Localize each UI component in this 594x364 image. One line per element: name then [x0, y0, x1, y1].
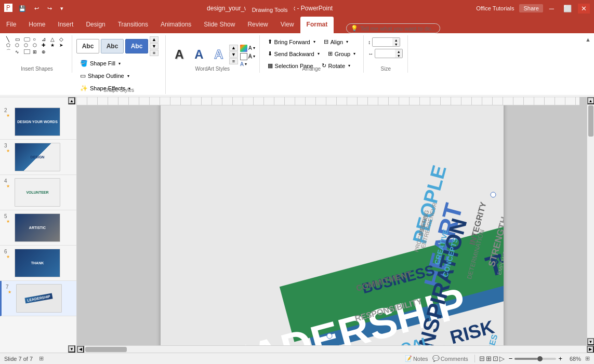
- fit-window-button[interactable]: ⊞: [585, 355, 590, 362]
- comments-button[interactable]: 💬 Comments: [432, 355, 468, 362]
- wordart-a-plain[interactable]: A: [170, 45, 189, 64]
- right-triangle-shape[interactable]: △: [50, 36, 59, 42]
- slide-thumb-7[interactable]: 7 ★ LEADERSHIP: [0, 281, 76, 316]
- shape-styles-down[interactable]: ▼: [150, 43, 159, 49]
- scroll-right-button[interactable]: ▶: [587, 346, 594, 353]
- office-tutorials-button[interactable]: Office Tutorials: [474, 4, 516, 12]
- width-down[interactable]: ▼: [395, 53, 402, 58]
- wordart-up[interactable]: ▲: [229, 45, 238, 51]
- tab-file[interactable]: File: [0, 17, 22, 33]
- tab-view[interactable]: View: [274, 17, 300, 33]
- line-shape[interactable]: ╲: [6, 36, 15, 42]
- tab-insert[interactable]: Insert: [51, 17, 80, 33]
- tab-format[interactable]: Format: [300, 17, 334, 33]
- width-input[interactable]: 9.96": [375, 50, 395, 57]
- heptagon-shape[interactable]: ⬡: [24, 43, 32, 48]
- text-fill-dropdown[interactable]: ▾: [253, 46, 255, 50]
- pentagon-shape[interactable]: ⬠: [6, 43, 15, 48]
- sidebar-scroll-up[interactable]: ▲: [68, 97, 75, 104]
- arrow-shape[interactable]: ➤: [59, 43, 68, 48]
- wordart-a-blue[interactable]: A: [190, 45, 208, 64]
- shape-fill-button[interactable]: 🪣 Shape Fill ▾: [76, 58, 134, 69]
- tell-me-box[interactable]: 💡 Tell me what you want to do...: [346, 23, 440, 33]
- slide-thumb-3[interactable]: 3 ★ DESIGN: [0, 140, 76, 175]
- handle-top[interactable]: [491, 192, 496, 197]
- scroll-thumb-v[interactable]: [588, 105, 593, 137]
- shape-style-3[interactable]: Abc: [125, 39, 148, 53]
- scroll-track-h[interactable]: [84, 346, 587, 353]
- hexagon-shape[interactable]: ⬡: [15, 43, 23, 48]
- slide-thumb-4[interactable]: 4 ★ VOLUNTEER: [0, 175, 76, 210]
- tab-review[interactable]: Review: [241, 17, 274, 33]
- scroll-up-button[interactable]: ▲: [587, 97, 595, 104]
- slide-sorter-button[interactable]: ⊞: [486, 355, 492, 362]
- freeform-shape[interactable]: ∿: [15, 49, 23, 55]
- vertical-scrollbar[interactable]: ▲ ▼: [587, 97, 594, 345]
- sidebar-scroll-down[interactable]: ▼: [68, 345, 75, 353]
- zoom-slider-thumb[interactable]: [537, 356, 543, 361]
- scroll-down-button[interactable]: ▼: [587, 338, 595, 345]
- align-button[interactable]: ⊟ Align ▾: [320, 36, 354, 47]
- customize-qat-button[interactable]: ▾: [58, 4, 65, 13]
- zoom-slider-track[interactable]: [514, 358, 556, 360]
- save-button[interactable]: 💾: [17, 4, 28, 13]
- text-outline-dropdown[interactable]: ▾: [253, 54, 255, 59]
- shape-styles-more[interactable]: ≡: [150, 50, 159, 56]
- share-button[interactable]: Share: [519, 4, 543, 12]
- shape-style-1[interactable]: Abc: [76, 39, 99, 53]
- wordart-down[interactable]: ▼: [229, 51, 238, 58]
- horizontal-scrollbar[interactable]: ◀ ▶: [77, 345, 594, 353]
- shape-outline-button[interactable]: ▭ Shape Outline ▾: [76, 70, 134, 82]
- scroll-thumb-h[interactable]: [85, 347, 127, 352]
- width-up[interactable]: ▲: [395, 49, 402, 53]
- height-input-group[interactable]: 1.41" ▲ ▼: [372, 37, 400, 47]
- rounded-rect-shape[interactable]: [24, 37, 30, 42]
- rect-shape[interactable]: ▭: [15, 36, 23, 42]
- redo-button[interactable]: ↪: [45, 4, 54, 13]
- height-spinner[interactable]: ▲ ▼: [392, 38, 400, 46]
- bring-forward-button[interactable]: ⬆ Bring Forward ▾: [264, 36, 319, 47]
- shape-styles-up[interactable]: ▲: [150, 36, 159, 43]
- scroll-left-button[interactable]: ◀: [77, 346, 84, 353]
- height-input[interactable]: 1.41": [373, 38, 392, 46]
- more-shapes[interactable]: ⊕: [42, 49, 50, 55]
- handle-bottom-left[interactable]: [327, 333, 332, 339]
- collapse-ribbon-button[interactable]: ▲: [585, 36, 591, 43]
- tab-slideshow[interactable]: Slide Show: [197, 17, 241, 33]
- width-spinner[interactable]: ▲ ▼: [395, 49, 402, 58]
- undo-button[interactable]: ↩: [32, 4, 41, 13]
- width-input-group[interactable]: 9.96" ▲ ▼: [375, 49, 403, 58]
- notes-button[interactable]: 📝 Notes: [405, 355, 428, 362]
- close-button[interactable]: ✕: [578, 4, 590, 14]
- slide-thumb-5[interactable]: 5 ★ ARTISTIC: [0, 210, 76, 246]
- fit-slide-button[interactable]: ⊞: [39, 355, 44, 362]
- restore-button[interactable]: ⬜: [560, 4, 575, 14]
- zoom-in-button[interactable]: +: [558, 355, 562, 362]
- height-down[interactable]: ▼: [392, 42, 400, 46]
- wordart-more[interactable]: ≡: [229, 58, 238, 64]
- tab-animations[interactable]: Animations: [154, 17, 197, 33]
- minimize-button[interactable]: ─: [546, 4, 557, 14]
- text-box[interactable]: [24, 49, 30, 54]
- reading-view-button[interactable]: ⊡: [493, 355, 498, 362]
- wordart-a-outline[interactable]: A: [209, 45, 228, 64]
- tab-design[interactable]: Design: [80, 17, 111, 33]
- scroll-track-v[interactable]: [588, 104, 593, 338]
- star-shape[interactable]: ★: [50, 43, 59, 48]
- slide-thumb-6[interactable]: 6 ★ THANK: [0, 246, 76, 281]
- slide-thumb-2[interactable]: 2 ★ DESIGN YOUR WORDS: [0, 104, 76, 140]
- circle-shape[interactable]: ○: [33, 36, 41, 42]
- diamond-shape[interactable]: ◇: [59, 36, 68, 42]
- tab-home[interactable]: Home: [22, 17, 51, 33]
- height-up[interactable]: ▲: [392, 38, 400, 42]
- normal-view-button[interactable]: ⊟: [479, 355, 485, 362]
- cross-shape[interactable]: ✚: [42, 43, 50, 48]
- tab-transitions[interactable]: Transitions: [112, 17, 154, 33]
- zoom-out-button[interactable]: −: [509, 355, 513, 362]
- send-backward-button[interactable]: ⬇ Send Backward ▾: [264, 48, 323, 59]
- triangle-shape[interactable]: ⊿: [42, 36, 50, 42]
- curve-shape[interactable]: ⌒: [6, 48, 15, 55]
- slideshow-button[interactable]: ▷: [499, 355, 505, 362]
- picture-shape[interactable]: ⊞: [33, 49, 41, 55]
- octagon-shape[interactable]: ⬡: [33, 43, 41, 48]
